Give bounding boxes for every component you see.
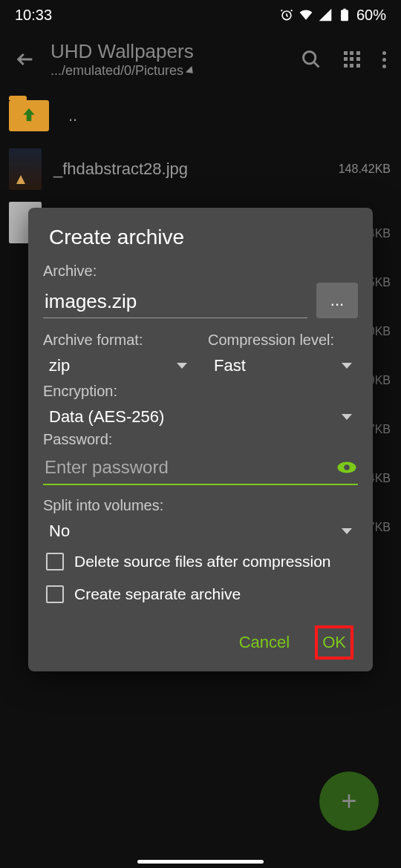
folder-up-icon bbox=[9, 100, 49, 131]
signal-icon bbox=[318, 7, 333, 22]
file-size: 148.42KB bbox=[339, 162, 391, 176]
format-select[interactable]: zip bbox=[43, 352, 193, 380]
checkbox-icon bbox=[46, 585, 64, 603]
split-select[interactable]: No bbox=[43, 517, 358, 545]
more-menu-icon[interactable] bbox=[382, 51, 386, 68]
chevron-down-icon bbox=[342, 528, 352, 534]
path-dropdown-icon bbox=[186, 65, 196, 76]
battery-percent: 60% bbox=[356, 7, 386, 24]
folder-up-row[interactable]: .. bbox=[9, 89, 401, 142]
alarm-icon bbox=[279, 7, 294, 22]
grid-view-icon[interactable] bbox=[344, 51, 360, 68]
split-label: Split into volumes: bbox=[43, 497, 358, 514]
checkbox-label: Delete source files after compression bbox=[74, 553, 331, 571]
compression-label: Compression level: bbox=[208, 332, 358, 349]
dialog-title: Create archive bbox=[43, 226, 358, 249]
chevron-down-icon bbox=[177, 363, 187, 369]
format-value: zip bbox=[49, 356, 70, 375]
compression-value: Fast bbox=[214, 356, 246, 375]
compression-select[interactable]: Fast bbox=[208, 352, 358, 380]
delete-source-checkbox[interactable]: Delete source files after compression bbox=[43, 545, 358, 578]
svg-rect-2 bbox=[343, 9, 345, 10]
app-bar: UHD Wallpapers .../emulated/0/Pictures bbox=[0, 30, 401, 89]
arrow-up-icon bbox=[19, 105, 39, 125]
checkbox-label: Create separate archive bbox=[74, 585, 241, 603]
nav-handle[interactable] bbox=[137, 860, 264, 864]
create-archive-dialog: Create archive Archive: ... Archive form… bbox=[28, 208, 373, 671]
format-label: Archive format: bbox=[43, 332, 193, 349]
split-value: No bbox=[49, 522, 70, 541]
checkbox-icon bbox=[46, 553, 64, 571]
password-input[interactable] bbox=[43, 451, 336, 484]
plus-icon: + bbox=[341, 786, 356, 817]
chevron-down-icon bbox=[342, 363, 352, 369]
eye-icon[interactable] bbox=[336, 456, 358, 479]
ok-button[interactable]: OK bbox=[315, 625, 353, 660]
status-time: 10:33 bbox=[15, 7, 52, 24]
archive-label: Archive: bbox=[43, 263, 358, 280]
encryption-value: Data (AES-256) bbox=[49, 407, 164, 427]
cancel-button[interactable]: Cancel bbox=[235, 627, 294, 658]
title-block[interactable]: UHD Wallpapers .../emulated/0/Pictures bbox=[50, 40, 286, 79]
svg-rect-1 bbox=[341, 10, 348, 21]
archive-browse-button[interactable]: ... bbox=[316, 283, 358, 318]
chevron-down-icon bbox=[342, 414, 352, 420]
wifi-icon bbox=[299, 7, 313, 22]
archive-name-input[interactable] bbox=[43, 287, 307, 318]
encryption-select[interactable]: Data (AES-256) bbox=[43, 403, 358, 431]
page-title: UHD Wallpapers bbox=[50, 40, 286, 63]
status-bar: 10:33 60% bbox=[0, 0, 401, 30]
search-icon[interactable] bbox=[301, 49, 322, 70]
battery-icon bbox=[337, 7, 352, 22]
list-item[interactable]: _fhdabstract28.jpg 148.42KB bbox=[9, 142, 401, 196]
encryption-label: Encryption: bbox=[43, 383, 358, 400]
fab-add-button[interactable]: + bbox=[319, 772, 379, 831]
back-icon[interactable] bbox=[15, 49, 36, 70]
file-thumbnail bbox=[9, 148, 42, 190]
folder-up-label: .. bbox=[68, 106, 77, 125]
file-name: _fhdabstract28.jpg bbox=[53, 160, 327, 179]
status-icons: 60% bbox=[279, 7, 386, 24]
svg-point-5 bbox=[344, 464, 350, 470]
breadcrumb: .../emulated/0/Pictures bbox=[50, 63, 286, 79]
password-label: Password: bbox=[43, 431, 358, 448]
svg-point-3 bbox=[304, 52, 316, 64]
separate-archive-checkbox[interactable]: Create separate archive bbox=[43, 578, 358, 611]
